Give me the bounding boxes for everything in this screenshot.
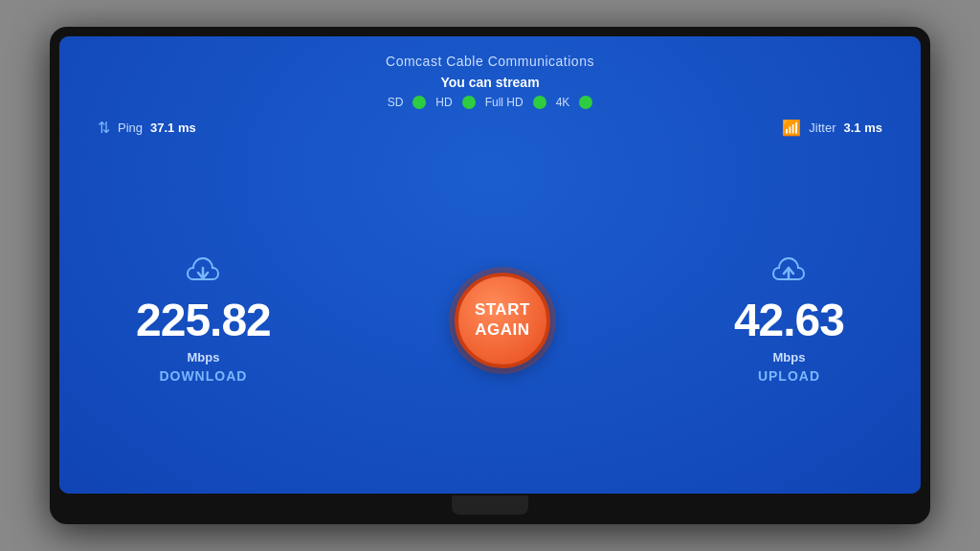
download-icon [186,256,220,292]
upload-label: UPLOAD [758,368,820,384]
download-value: 225.82 [136,296,271,346]
jitter-icon: 📶 [782,119,801,137]
provider-name: Comcast Cable Communications [59,54,921,69]
upload-value: 42.63 [734,296,844,346]
ping-item: ⇅ Ping 37.1 ms [98,119,196,137]
streaming-section: You can stream SD HD Full HD 4K [388,75,593,109]
stats-row: ⇅ Ping 37.1 ms 📶 Jitter 3.1 ms [59,109,921,137]
stream-indicators: SD HD Full HD 4K [388,96,593,109]
metrics-row: 225.82 Mbps DOWNLOAD START AGAIN 42.6 [59,137,921,494]
header: Comcast Cable Communications [59,36,921,69]
tv-screen: Comcast Cable Communications You can str… [59,36,921,494]
download-unit: Mbps [187,350,219,364]
streaming-label: You can stream [440,75,539,90]
ping-label: Ping [118,121,143,135]
start-again-button[interactable]: START AGAIN [455,273,550,368]
hd-dot [462,96,476,109]
tv-stand [452,496,528,515]
fullhd-dot [533,96,546,109]
start-again-line2: AGAIN [475,320,529,340]
download-block: 225.82 Mbps DOWNLOAD [136,256,271,384]
sd-label: SD [388,96,404,109]
upload-unit: Mbps [772,350,805,364]
upload-icon [771,256,806,292]
upload-block: 42.63 Mbps UPLOAD [734,256,844,384]
ping-icon: ⇅ [98,119,110,137]
tv-frame: Comcast Cable Communications You can str… [50,27,930,524]
download-label: DOWNLOAD [159,368,247,384]
ping-value: 37.1 ms [150,121,196,135]
fullhd-label: Full HD [485,96,523,109]
sd-dot [412,96,426,109]
hd-label: HD [435,96,452,109]
jitter-item: 📶 Jitter 3.1 ms [782,119,882,137]
4k-dot [579,96,592,109]
jitter-value: 3.1 ms [844,121,882,135]
start-again-line1: START [475,300,530,320]
jitter-label: Jitter [809,121,835,135]
4k-label: 4K [556,96,570,109]
